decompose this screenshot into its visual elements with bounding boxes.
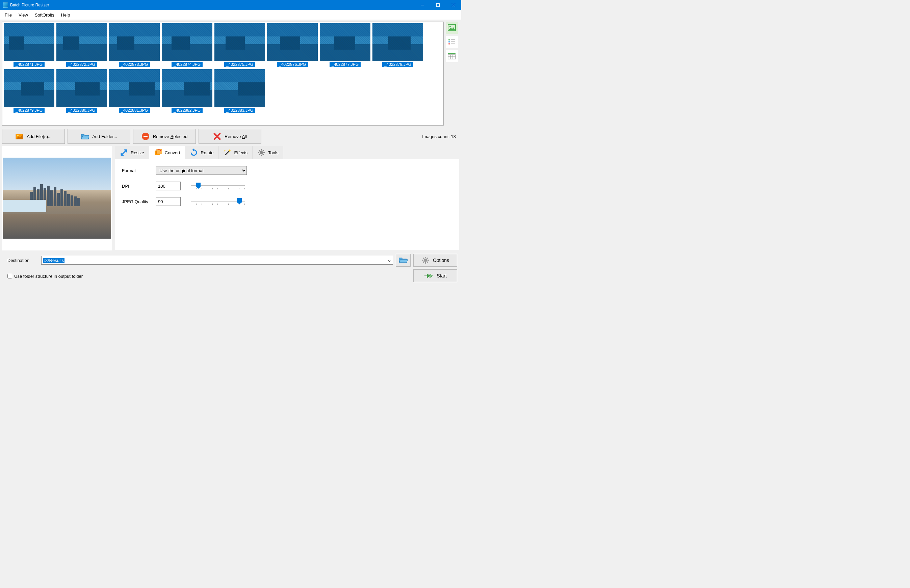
start-label: Start — [436, 273, 447, 278]
destination-combo[interactable]: D:\Results — [41, 256, 393, 265]
svg-line-41 — [423, 262, 424, 263]
svg-point-7 — [448, 41, 450, 42]
jpeg-quality-label: JPEG Quality — [122, 199, 156, 204]
thumbnail-filename: _4022881.JPG — [119, 108, 150, 113]
svg-rect-12 — [448, 53, 456, 54]
jpeg-quality-slider[interactable] — [191, 197, 245, 205]
svg-rect-1 — [436, 4, 440, 7]
convert-icon — [154, 149, 162, 157]
browse-destination-button[interactable] — [396, 254, 411, 267]
thumbnail-item[interactable]: _4022871.JPG — [4, 23, 54, 67]
svg-rect-4 — [448, 25, 456, 31]
thumbnail-image — [214, 69, 265, 107]
start-button[interactable]: Start — [413, 269, 457, 282]
thumbnail-item[interactable]: _4022878.JPG — [372, 23, 423, 67]
tab-tools[interactable]: Tools — [252, 146, 283, 159]
thumbnail-item[interactable]: _4022879.JPG — [4, 69, 54, 113]
maximize-button[interactable] — [430, 0, 446, 10]
thumbnail-item[interactable]: _4022876.JPG — [267, 23, 318, 67]
options-label: Options — [433, 258, 449, 263]
thumbnail-image — [320, 23, 370, 61]
title-bar: Batch Picture Resizer — [0, 0, 461, 10]
remove-selected-label: Remove Selected — [153, 134, 188, 139]
dpi-label: DPI — [122, 184, 156, 189]
close-button[interactable] — [446, 0, 461, 10]
thumbnail-item[interactable]: _4022883.JPG — [214, 69, 265, 113]
gear-icon — [422, 256, 430, 264]
add-files-label: Add File(s)... — [27, 134, 52, 139]
thumbnail-item[interactable]: _4022874.JPG — [162, 23, 212, 67]
thumbnail-filename: _4022879.JPG — [13, 108, 45, 113]
options-button[interactable]: Options — [413, 254, 457, 267]
thumbnail-item[interactable]: _4022880.JPG — [57, 69, 107, 113]
destination-value: D:\Results — [43, 258, 65, 263]
thumbnail-filename: _4022878.JPG — [382, 62, 413, 67]
format-label: Format — [122, 168, 156, 173]
window-title: Batch Picture Resizer — [10, 3, 49, 7]
menu-bar: File View SoftOrbits Help — [0, 10, 461, 19]
minimize-button[interactable] — [415, 0, 430, 10]
dpi-input[interactable] — [156, 182, 181, 191]
tab-convert[interactable]: Convert — [149, 146, 185, 159]
view-thumbnails-button[interactable] — [446, 22, 458, 34]
picture-icon — [448, 24, 456, 31]
chevron-down-icon — [388, 258, 391, 263]
add-folder-button[interactable]: Add Folder... — [68, 129, 130, 144]
use-folder-structure-label: Use folder structure in output folder — [14, 274, 83, 279]
thumbnail-item[interactable]: _4022873.JPG — [109, 23, 160, 67]
resize-icon — [120, 149, 128, 157]
jpeg-quality-input[interactable] — [156, 197, 181, 206]
destination-label: Destination — [4, 258, 39, 263]
delete-icon — [213, 132, 221, 141]
thumbnail-item[interactable]: _4022872.JPG — [57, 23, 107, 67]
tab-resize[interactable]: Resize — [115, 146, 149, 159]
svg-line-42 — [427, 258, 428, 259]
view-details-button[interactable] — [446, 50, 458, 62]
tab-tools-label: Tools — [268, 150, 278, 155]
svg-point-5 — [449, 26, 451, 27]
thumbnail-item[interactable]: _4022877.JPG — [320, 23, 370, 67]
thumbnail-filename: _4022871.JPG — [13, 62, 45, 67]
tab-rotate[interactable]: Rotate — [185, 146, 218, 159]
add-folder-label: Add Folder... — [92, 134, 117, 139]
svg-rect-20 — [144, 136, 147, 137]
menu-file[interactable]: File — [2, 11, 15, 19]
tab-rotate-label: Rotate — [200, 150, 213, 155]
images-count-label: Images count: 13 — [422, 134, 456, 139]
dpi-slider[interactable] — [191, 182, 245, 190]
thumbnail-filename: _4022882.JPG — [171, 108, 203, 113]
thumbnail-item[interactable]: _4022881.JPG — [109, 69, 160, 113]
svg-line-33 — [263, 150, 264, 151]
thumbnail-filename: _4022877.JPG — [330, 62, 360, 67]
remove-all-button[interactable]: Remove All — [199, 129, 261, 144]
menu-softorbits[interactable]: SoftOrbits — [31, 11, 58, 19]
preview-pane — [2, 146, 112, 250]
svg-line-31 — [263, 154, 264, 155]
use-folder-structure-checkbox[interactable] — [7, 274, 12, 278]
thumbnail-image — [267, 23, 318, 61]
thumbnail-image — [4, 23, 54, 61]
tab-effects[interactable]: Effects — [219, 146, 253, 159]
thumbnail-image — [372, 23, 423, 61]
thumbnail-filename: _4022873.JPG — [119, 62, 150, 67]
tabs-bar: Resize Convert Rotate Effects Tools — [115, 146, 459, 159]
svg-line-30 — [259, 150, 260, 151]
view-list-button[interactable] — [446, 36, 458, 48]
format-select[interactable]: Use the original format — [156, 166, 247, 175]
play-icon — [424, 272, 433, 279]
menu-help[interactable]: Help — [58, 11, 74, 19]
preview-image — [3, 158, 111, 239]
svg-point-34 — [424, 258, 427, 262]
thumbnail-image — [57, 69, 107, 107]
thumbnail-item[interactable]: _4022882.JPG — [162, 69, 212, 113]
folder-open-icon — [398, 257, 408, 264]
thumbnails-panel[interactable]: _4022871.JPG_4022872.JPG_4022873.JPG_402… — [2, 22, 444, 126]
thumbnail-filename: _4022872.JPG — [66, 62, 97, 67]
tools-icon — [257, 149, 265, 157]
remove-selected-button[interactable]: Remove Selected — [133, 129, 196, 144]
thumbnail-item[interactable]: _4022875.JPG — [214, 23, 265, 67]
thumbnail-image — [109, 23, 160, 61]
menu-view[interactable]: View — [15, 11, 31, 19]
thumbnail-image — [4, 69, 54, 107]
add-files-button[interactable]: Add File(s)... — [2, 129, 65, 144]
